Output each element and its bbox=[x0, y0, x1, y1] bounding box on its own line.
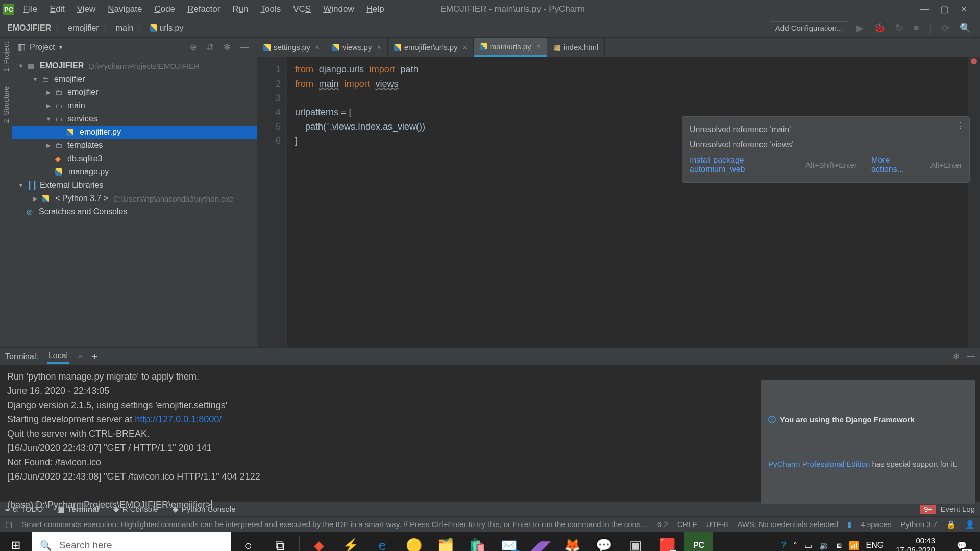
menu-window[interactable]: Window bbox=[318, 2, 359, 16]
tree-extlib[interactable]: ▼║║External Libraries bbox=[12, 179, 257, 192]
code-editor[interactable]: from django.urls import path from main i… bbox=[287, 57, 968, 347]
popup-menu-icon[interactable]: ⋮ bbox=[956, 121, 964, 131]
breadcrumb-file[interactable]: urls.py bbox=[159, 23, 183, 33]
run-icon[interactable]: ▶ bbox=[854, 22, 866, 34]
app-explorer-icon[interactable]: 🗂️ bbox=[431, 532, 460, 551]
tray-notifications-icon[interactable]: 💬30 bbox=[947, 532, 976, 551]
tree-db[interactable]: ◆db.sqlite3 bbox=[12, 152, 257, 165]
tree-emojifier2[interactable]: ▶🗀emojifier bbox=[12, 86, 257, 99]
menu-code[interactable]: Code bbox=[149, 2, 180, 16]
tray-volume-icon[interactable]: 🔉 bbox=[819, 541, 829, 550]
tree-emojifierpy[interactable]: emojifier.py bbox=[12, 126, 257, 139]
event-log-badge[interactable]: 9+ bbox=[920, 505, 936, 514]
tree-emojifier[interactable]: ▼🗀emojifier bbox=[12, 72, 257, 86]
install-package-link[interactable]: Install package automium_web bbox=[690, 156, 798, 174]
stop-icon[interactable]: ■ bbox=[911, 22, 921, 33]
lock-icon[interactable]: 🔒 bbox=[946, 520, 956, 529]
terminal-settings-icon[interactable]: ✻ bbox=[953, 352, 960, 361]
tray-dropbox-icon[interactable]: ⧈ bbox=[837, 541, 842, 550]
task-view-icon[interactable]: ⧉ bbox=[265, 532, 294, 551]
menu-vcs[interactable]: VCS bbox=[288, 2, 316, 16]
server-url-link[interactable]: http://127.0.0.1:8000/ bbox=[135, 414, 222, 424]
minimize-button[interactable]: — bbox=[920, 4, 929, 15]
status-indent[interactable]: 4 spaces bbox=[861, 520, 891, 529]
tree-templates[interactable]: ▶🗀templates bbox=[12, 139, 257, 152]
tray-clock[interactable]: 00:4317-06-2020 bbox=[891, 536, 940, 551]
menu-view[interactable]: View bbox=[72, 2, 101, 16]
tree-root[interactable]: ▼▦EMOJIFIERD:\PycharmProjects\EMOJIFIER bbox=[12, 59, 257, 72]
terminal-add-tab[interactable]: + bbox=[91, 350, 98, 363]
bottom-tab-event-log[interactable]: Event Log bbox=[940, 505, 975, 513]
tray-help-icon[interactable]: ? bbox=[781, 541, 786, 550]
breadcrumb-root[interactable]: EMOJIFIER bbox=[7, 23, 51, 33]
app-slack-icon[interactable]: 💬 bbox=[590, 532, 618, 551]
hector-icon[interactable]: 👤 bbox=[965, 520, 975, 529]
more-actions-link[interactable]: More actions... bbox=[871, 156, 923, 174]
close-icon[interactable]: × bbox=[377, 43, 381, 52]
menu-navigate[interactable]: Navigate bbox=[103, 2, 147, 16]
app-store-icon[interactable]: 🛍️ bbox=[463, 532, 492, 551]
close-icon[interactable]: × bbox=[315, 43, 320, 52]
tree-services[interactable]: ▼🗀services bbox=[12, 112, 257, 126]
app-edge-icon[interactable]: e bbox=[368, 532, 397, 551]
status-line-ending[interactable]: CRLF bbox=[677, 520, 697, 529]
menu-edit[interactable]: Edit bbox=[44, 2, 69, 16]
menu-file[interactable]: File bbox=[18, 2, 42, 16]
terminal-hide-icon[interactable]: — bbox=[967, 352, 975, 361]
tab-main-urls[interactable]: main\urls.py× bbox=[474, 38, 547, 57]
status-aws[interactable]: AWS: No credentials selected bbox=[737, 520, 838, 529]
tool-structure[interactable]: 2: Structure bbox=[2, 86, 10, 123]
menu-refactor[interactable]: Refactor bbox=[182, 2, 225, 16]
terminal-tab-local[interactable]: Local bbox=[47, 349, 69, 364]
tree-main[interactable]: ▶🗀main bbox=[12, 99, 257, 112]
aws-icon[interactable]: ▮ bbox=[847, 520, 851, 529]
tab-emojifier-urls[interactable]: emojifier\urls.py× bbox=[388, 38, 474, 57]
tab-index-html[interactable]: ▦index.html bbox=[547, 38, 605, 57]
tree-manage[interactable]: manage.py bbox=[12, 165, 257, 179]
app-visualstudio-icon[interactable]: ◢◤ bbox=[526, 532, 555, 551]
tree-python37[interactable]: ▶< Python 3.7 >C:\Users\hp\anaconda3\pyt… bbox=[12, 192, 257, 205]
app-vscode-icon[interactable]: ⚡ bbox=[336, 532, 365, 551]
debug-icon[interactable]: 🐞 bbox=[872, 22, 887, 34]
tab-settings[interactable]: settings.py× bbox=[257, 38, 326, 57]
tab-views[interactable]: views.py× bbox=[326, 38, 388, 57]
app-git-icon[interactable]: ◆ bbox=[305, 532, 333, 551]
locate-icon[interactable]: ⊕ bbox=[187, 42, 200, 52]
app-firefox-icon[interactable]: 🦊 bbox=[558, 532, 586, 551]
tray-language[interactable]: ENG bbox=[866, 541, 884, 550]
close-icon[interactable]: × bbox=[463, 43, 467, 52]
app-chrome-icon[interactable]: 🟡 bbox=[400, 532, 428, 551]
status-caret-pos[interactable]: 6:2 bbox=[657, 520, 668, 529]
breadcrumb-1[interactable]: emojifier bbox=[68, 23, 99, 33]
tree-scratches[interactable]: ◎Scratches and Consoles bbox=[12, 205, 257, 218]
close-icon[interactable]: × bbox=[536, 42, 541, 51]
app-cmd-icon[interactable]: ▣ bbox=[621, 532, 650, 551]
tray-chevron-up-icon[interactable]: ˄ bbox=[793, 541, 797, 550]
search-everywhere-icon[interactable]: 🔍 bbox=[958, 22, 973, 34]
menu-run[interactable]: Run bbox=[227, 2, 253, 16]
maximize-button[interactable]: ▢ bbox=[940, 4, 949, 15]
tray-wifi-icon[interactable]: 📶 bbox=[849, 541, 859, 550]
hide-icon[interactable]: — bbox=[237, 43, 252, 52]
pycharm-pro-link[interactable]: PyCharm Professional Edition bbox=[768, 460, 870, 468]
menu-tools[interactable]: Tools bbox=[256, 2, 286, 16]
status-encoding[interactable]: UTF-8 bbox=[706, 520, 728, 529]
coverage-icon[interactable]: ↻ bbox=[893, 22, 905, 34]
terminal-output[interactable]: Run 'python manage.py migrate' to apply … bbox=[0, 365, 980, 501]
breadcrumb-2[interactable]: main bbox=[116, 23, 134, 33]
menu-help[interactable]: Help bbox=[361, 2, 389, 16]
cortana-icon[interactable]: ○ bbox=[234, 532, 262, 551]
add-configuration-button[interactable]: Add Configuration... bbox=[770, 21, 849, 34]
windows-search-input[interactable]: 🔍Search here bbox=[32, 532, 231, 551]
app-screenrec-icon[interactable]: 🟥2 bbox=[653, 532, 681, 551]
app-pycharm-icon[interactable]: PC bbox=[684, 532, 713, 551]
close-button[interactable]: ✕ bbox=[960, 4, 968, 15]
update-icon[interactable]: ⟳ bbox=[940, 22, 951, 34]
app-mail-icon[interactable]: ✉️12 bbox=[495, 532, 523, 551]
tool-project[interactable]: 1: Project bbox=[2, 42, 10, 72]
expand-icon[interactable]: ⇵ bbox=[204, 42, 216, 52]
error-marker-icon[interactable] bbox=[971, 58, 977, 64]
gear-icon[interactable]: ✻ bbox=[220, 42, 233, 52]
project-dropdown-icon[interactable]: ▾ bbox=[59, 44, 62, 51]
terminal-tab-close-icon[interactable]: × bbox=[78, 353, 82, 360]
